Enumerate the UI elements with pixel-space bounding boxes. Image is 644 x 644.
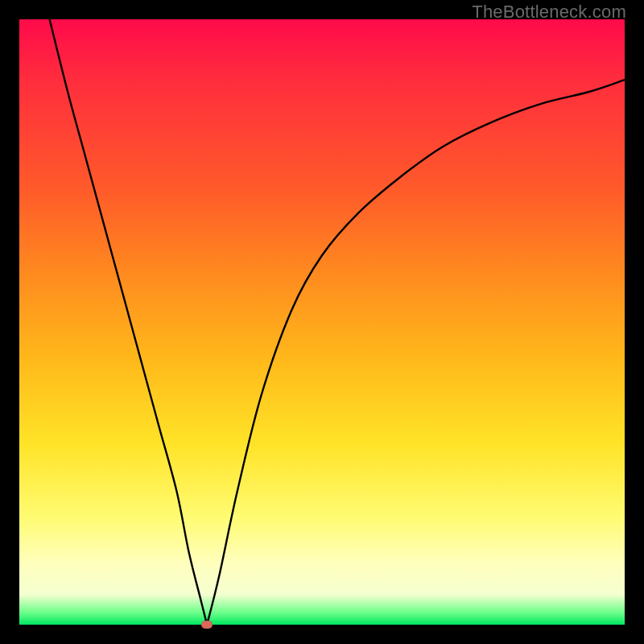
- curve-left-branch: [50, 19, 208, 625]
- watermark-text: TheBottleneck.com: [472, 2, 626, 23]
- minimum-marker: [201, 621, 213, 629]
- plot-area: [19, 19, 625, 625]
- curve-right-branch: [207, 80, 625, 625]
- curve-svg: [19, 19, 625, 625]
